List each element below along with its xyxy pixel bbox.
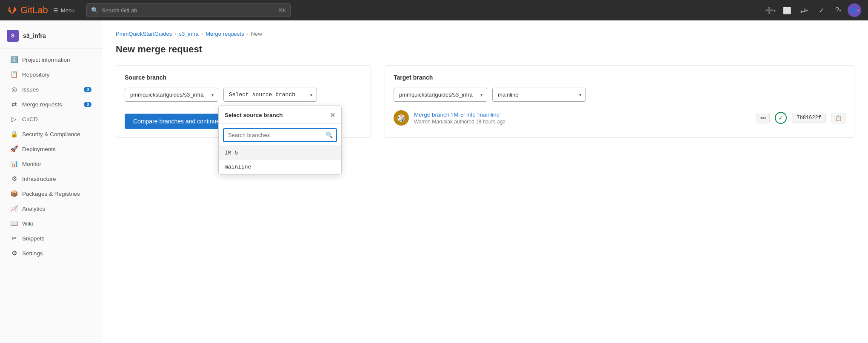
sidebar-item-label: Infrastructure <box>22 176 56 182</box>
menu-label: Menu <box>61 7 75 14</box>
security-icon: 🔒 <box>10 130 18 138</box>
menu-button[interactable]: ☰ Menu <box>53 7 75 14</box>
sidebar-item-deployments[interactable]: 🚀 Deployments <box>3 142 98 156</box>
sidebar-item-merge-requests[interactable]: ⇄ Merge requests 0 <box>3 97 98 111</box>
code-review-icon[interactable]: ⬜ <box>779 3 795 18</box>
branch-selection-row: Source branch pmmquickstartguides/s3_inf… <box>116 65 854 138</box>
gitlab-logo-icon <box>7 5 17 15</box>
source-branch-selects: pmmquickstartguides/s3_infra ▾ Select so… <box>125 88 362 102</box>
target-branch-label: Target branch <box>394 74 845 81</box>
project-information-icon: ℹ️ <box>10 56 18 63</box>
page-title: New merge request <box>116 44 854 55</box>
branch-search-input[interactable] <box>223 128 337 142</box>
branch-dropdown-overlay: Select source branch ✕ 🔍 IM-5 mainline <box>218 106 342 174</box>
source-branch-select[interactable]: Select source branch <box>223 88 317 102</box>
project-name: s3_infra <box>23 32 46 39</box>
breadcrumb-link-project[interactable]: s3_infra <box>179 31 199 37</box>
sidebar-item-label: Snippets <box>22 235 45 242</box>
sidebar-item-snippets[interactable]: ✂ Snippets <box>3 231 98 246</box>
compare-button[interactable]: Compare branches and continue <box>125 114 228 129</box>
sidebar-item-label: Monitor <box>22 161 41 167</box>
gitlab-wordmark: GitLab <box>20 5 48 16</box>
target-branch-selects: pmmquickstartguides/s3_infra ▾ mainline … <box>394 88 845 102</box>
sidebar-item-label: Repository <box>22 71 50 78</box>
analytics-icon: 📈 <box>10 205 18 212</box>
breadcrumb-link-org[interactable]: PmmQuickStartGuides <box>116 31 172 37</box>
deployments-icon: 🚀 <box>10 145 18 153</box>
breadcrumb-current: New <box>251 31 262 37</box>
main-content: PmmQuickStartGuides › s3_infra › Merge r… <box>102 20 868 343</box>
sidebar-item-label: Security & Compliance <box>22 131 80 137</box>
sidebar-item-label: Merge requests <box>22 101 62 108</box>
snippets-icon: ✂ <box>10 234 18 242</box>
dropdown-header: Select source branch ✕ <box>219 106 341 124</box>
source-project-select[interactable]: pmmquickstartguides/s3_infra <box>125 88 218 102</box>
project-header: S s3_infra <box>0 26 102 49</box>
avatar-image: 👤 <box>850 7 856 13</box>
top-navigation: GitLab ☰ Menu 🔍 ⌘K ➕▾ ⬜ ⇄▾ ✓ ?▾ 👤 ▾ <box>0 0 868 20</box>
target-project-wrapper: pmmquickstartguides/s3_infra ▾ <box>394 88 487 102</box>
sidebar-item-label: CI/CD <box>22 116 38 123</box>
packages-icon: 📦 <box>10 190 18 197</box>
search-input[interactable] <box>102 7 275 14</box>
sidebar: S s3_infra ℹ️ Project information 📋 Repo… <box>0 20 102 343</box>
sidebar-item-project-information[interactable]: ℹ️ Project information <box>3 52 98 67</box>
copy-hash-button[interactable]: 📋 <box>831 113 845 123</box>
commit-hash: 7b81622f <box>792 113 826 123</box>
merge-requests-icon: ⇄ <box>10 100 18 108</box>
branch-option-im5[interactable]: IM-5 <box>219 146 341 160</box>
wiki-icon: 📖 <box>10 220 18 227</box>
sidebar-item-infrastructure[interactable]: ⚙ Infrastructure <box>3 172 98 186</box>
target-project-select[interactable]: pmmquickstartguides/s3_infra <box>394 88 487 102</box>
branch-option-mainline[interactable]: mainline <box>219 160 341 174</box>
dropdown-close-button[interactable]: ✕ <box>330 111 335 119</box>
merge-requests-nav-icon[interactable]: ⇄▾ <box>797 3 812 18</box>
breadcrumb-sep-2: › <box>201 31 203 37</box>
repository-icon: 📋 <box>10 71 18 78</box>
issues-badge: 0 <box>84 87 91 92</box>
sidebar-item-cicd[interactable]: ▷ CI/CD <box>3 112 98 126</box>
sidebar-item-label: Wiki <box>22 220 33 227</box>
source-branch-wrapper: Select source branch ▾ <box>223 88 317 102</box>
commit-title[interactable]: Merge branch 'IM-5' into 'mainline' <box>414 111 751 118</box>
infrastructure-icon: ⚙ <box>10 175 18 183</box>
user-avatar[interactable]: 👤 ▾ <box>848 3 861 17</box>
commit-more-button[interactable]: ••• <box>757 113 770 123</box>
breadcrumb-link-mr[interactable]: Merge requests <box>206 31 244 37</box>
commit-meta: Warren Marusiak authored 18 hours ago <box>414 119 751 125</box>
hamburger-icon: ☰ <box>53 7 58 14</box>
create-new-button[interactable]: ➕▾ <box>762 3 778 18</box>
todo-icon[interactable]: ✓ <box>814 3 829 18</box>
cicd-icon: ▷ <box>10 115 18 123</box>
project-avatar: S <box>7 30 19 42</box>
merge-requests-badge: 0 <box>84 102 91 107</box>
source-branch-label: Source branch <box>125 74 362 81</box>
sidebar-item-packages[interactable]: 📦 Packages & Registries <box>3 186 98 201</box>
sidebar-item-repository[interactable]: 📋 Repository <box>3 67 98 82</box>
sidebar-item-label: Settings <box>22 250 43 257</box>
sidebar-item-label: Analytics <box>22 206 45 212</box>
gitlab-logo[interactable]: GitLab <box>7 5 48 16</box>
target-branch-select[interactable]: mainline <box>492 88 586 102</box>
dropdown-title: Select source branch <box>225 112 283 118</box>
help-icon[interactable]: ?▾ <box>831 3 846 18</box>
breadcrumb-sep-3: › <box>246 31 248 37</box>
sidebar-item-label: Deployments <box>22 146 56 152</box>
search-shortcut: ⌘K <box>278 8 286 13</box>
sidebar-item-issues[interactable]: ◎ Issues 0 <box>3 82 98 97</box>
breadcrumb-sep-1: › <box>174 31 176 37</box>
issues-icon: ◎ <box>10 86 18 93</box>
dropdown-search-wrap: 🔍 <box>219 124 341 146</box>
avatar-emoji: 🎲 <box>397 114 405 122</box>
commit-info: Merge branch 'IM-5' into 'mainline' Warr… <box>414 111 751 125</box>
topnav-icons: ➕▾ ⬜ ⇄▾ ✓ ?▾ 👤 ▾ <box>762 3 861 18</box>
sidebar-item-security-compliance[interactable]: 🔒 Security & Compliance <box>3 127 98 141</box>
sidebar-item-analytics[interactable]: 📈 Analytics <box>3 201 98 216</box>
sidebar-item-monitor[interactable]: 📊 Monitor <box>3 157 98 171</box>
sidebar-item-settings[interactable]: ⚙ Settings <box>3 246 98 260</box>
sidebar-item-label: Project information <box>22 57 70 63</box>
global-search[interactable]: 🔍 ⌘K <box>86 3 291 17</box>
sidebar-item-wiki[interactable]: 📖 Wiki <box>3 216 98 231</box>
target-branch-box: Target branch pmmquickstartguides/s3_inf… <box>385 65 854 138</box>
branch-dropdown-list: IM-5 mainline <box>219 146 341 174</box>
